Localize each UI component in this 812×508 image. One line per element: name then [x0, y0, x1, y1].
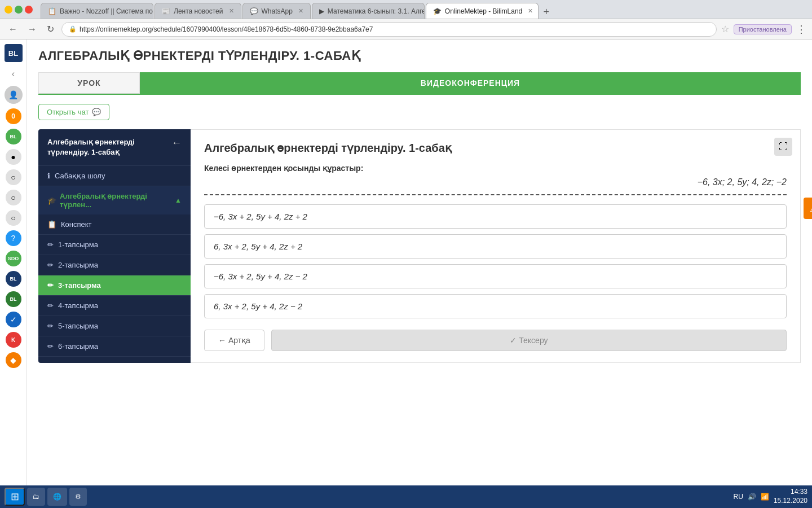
taskbar-datetime: 14:33 15.12.2020	[774, 488, 807, 505]
bl-logo: BL	[5, 44, 23, 62]
expression-line: −6, 3x; 2, 5y; 4, 2z; −2	[204, 177, 787, 187]
taskbar-settings[interactable]: ⚙	[69, 488, 87, 506]
fullscreen-button[interactable]: ⛶	[774, 138, 792, 156]
taskbar-right: RU 🔊 📶 14:33 15.12.2020	[734, 488, 807, 505]
start-button[interactable]: ⊞	[5, 488, 25, 506]
section-label: Алгебралық өрнектерді түрлен...	[60, 192, 175, 209]
taskbar-volume-icon: 🔊	[748, 493, 756, 501]
taskbar-language: RU	[734, 493, 743, 501]
browser-tab-2[interactable]: 📰 Лента новостей ✕	[155, 3, 241, 19]
bilim-icon[interactable]: BL	[6, 129, 21, 144]
back-nav-button[interactable]: ←	[6, 23, 20, 36]
close-button[interactable]	[25, 6, 33, 14]
answer-option-1[interactable]: −6, 3x + 2, 5y + 4, 2z + 2	[204, 204, 787, 229]
lesson-section-header[interactable]: 🎓 Алгебралық өрнектерді түрлен... ▲	[38, 186, 191, 214]
browser-tab-5[interactable]: 🎓 OnlineMektep - BilimLand ✕	[426, 3, 539, 19]
task6-icon: ✏	[47, 342, 54, 351]
tab3-close[interactable]: ✕	[298, 7, 303, 15]
dashed-divider	[204, 194, 787, 195]
konspekt-label: Конспект	[61, 220, 92, 229]
paused-button[interactable]: Приостановлена	[734, 24, 792, 34]
lesson-nav-task1[interactable]: ✏ 1-тапсырма	[38, 235, 191, 255]
back-lesson-button[interactable]: ← Артқа	[204, 330, 264, 351]
task1-label: 1-тапсырма	[58, 240, 98, 249]
page-title: АЛГЕБРАЛЫҚ ӨРНЕКТЕРДІ ТҮРЛЕНДІРУ. 1-САБА…	[38, 49, 801, 63]
taskbar-network-icon: 📶	[761, 493, 769, 501]
tab5-close[interactable]: ✕	[528, 7, 533, 15]
question-label: Келесі өрнектерден қосынды құрастыр:	[204, 164, 787, 173]
tab1-label: Важно - Nozzoff || Система пов...	[60, 7, 153, 15]
task5-label: 5-тапсырма	[58, 322, 98, 330]
bilimland-icon[interactable]: BL	[6, 271, 21, 287]
url-text: https://onlinemektep.org/schedule/160799…	[80, 25, 373, 33]
dot-icon-4: ○	[6, 210, 21, 226]
lesson-content-title: Алгебралық өрнектерді түрлендіру. 1-саба…	[204, 141, 787, 155]
taskbar-files[interactable]: 🗂	[27, 488, 45, 506]
task3-icon: ✏	[47, 281, 54, 290]
tab1-favicon: 📋	[48, 7, 56, 15]
tab3-favicon: 💬	[250, 7, 258, 15]
dot-icon-1: ●	[6, 149, 21, 165]
lesson-nav-task3[interactable]: ✏ 3-тапсырма	[38, 275, 191, 296]
forward-nav-button[interactable]: →	[25, 23, 39, 36]
lesson-back-button[interactable]: ←	[171, 137, 182, 149]
question-icon[interactable]: ?	[6, 230, 21, 246]
check-icon[interactable]: ✓	[6, 312, 21, 327]
lesson-main-panel: ⛶ Алгебралық өрнектерді түрлендіру. 1-са…	[191, 129, 801, 363]
lesson-nav-task4[interactable]: ✏ 4-тапсырма	[38, 296, 191, 316]
answer-option-3[interactable]: −6, 3x + 2, 5y + 4, 2z − 2	[204, 264, 787, 288]
left-sidebar-icons: BL ‹ 👤 0 BL ● ○ ○ ○ ? SDO BL BL ✓ K ◆	[0, 40, 27, 508]
task4-icon: ✏	[47, 301, 54, 310]
sidebar-toggle-button[interactable]: ‹	[10, 67, 17, 81]
browser-tab-1[interactable]: 📋 Важно - Nozzoff || Система пов... ✕	[41, 3, 153, 19]
tab4-favicon: ▶	[319, 7, 324, 15]
tab-lesson[interactable]: УРОК	[38, 72, 140, 94]
browser-menu-button[interactable]: ⋮	[796, 23, 806, 36]
maximize-button[interactable]	[15, 6, 23, 14]
lesson-nav-konspekt[interactable]: 📋 Конспект	[38, 214, 191, 235]
warning-button[interactable]: ⚠	[804, 198, 812, 219]
lesson-nav-task6[interactable]: ✏ 6-тапсырма	[38, 336, 191, 357]
overview-label: Сабаққа шолу	[55, 172, 105, 180]
content-tabs: УРОК ВИДЕОКОНФЕРЕНЦИЯ	[38, 72, 801, 95]
main-content: АЛГЕБРАЛЫҚ ӨРНЕКТЕРДІ ТҮРЛЕНДІРУ. 1-САБА…	[27, 40, 812, 508]
task2-icon: ✏	[47, 261, 54, 269]
lesson-sidebar-header: Алгебралық өрнектерді түрлендіру. 1-саба…	[38, 129, 191, 166]
address-bar: ← → ↻ 🔒 https://onlinemektep.org/schedul…	[0, 19, 812, 40]
minimize-button[interactable]	[5, 6, 12, 14]
taskbar: ⊞ 🗂 🌐 ⚙ RU 🔊 📶 14:33 15.12.2020	[0, 485, 812, 508]
answer-option-2[interactable]: 6, 3x + 2, 5y + 4, 2z + 2	[204, 234, 787, 259]
answer-option-4[interactable]: 6, 3x + 2, 5y + 4, 2z − 2	[204, 294, 787, 318]
lesson-layout: Алгебралық өрнектерді түрлендіру. 1-саба…	[38, 129, 801, 363]
reload-button[interactable]: ↻	[44, 23, 57, 36]
lesson-nav-task5[interactable]: ✏ 5-тапсырма	[38, 316, 191, 336]
bilim2-icon[interactable]: BL	[6, 291, 21, 307]
tab-conference[interactable]: ВИДЕОКОНФЕРЕНЦИЯ	[140, 72, 801, 94]
taskbar-browser[interactable]: 🌐	[47, 488, 67, 506]
task3-label: 3-тапсырма	[58, 281, 101, 290]
kuko-icon[interactable]: K	[6, 332, 21, 348]
overview-icon: ℹ	[47, 172, 50, 180]
tab2-close[interactable]: ✕	[229, 7, 234, 15]
taskbar-date-display: 15.12.2020	[774, 497, 807, 506]
lesson-nav-overview[interactable]: ℹ Сабаққа шолу	[38, 166, 191, 186]
open-chat-button[interactable]: Открыть чат 💬	[38, 104, 109, 120]
lock-icon: 🔒	[69, 25, 77, 33]
browser-tab-4[interactable]: ▶ Математика 6-сынып: 3.1. Алге... ✕	[312, 3, 425, 19]
task5-icon: ✏	[47, 322, 54, 330]
tab5-favicon: 🎓	[433, 7, 442, 15]
dot-icon-3: ○	[6, 190, 21, 205]
task4-label: 4-тапсырма	[58, 301, 98, 310]
tab2-favicon: 📰	[162, 7, 170, 15]
sdo-icon[interactable]: SDO	[6, 251, 21, 266]
url-box[interactable]: 🔒 https://onlinemektep.org/schedule/1607…	[61, 22, 717, 37]
check-button[interactable]: ✓ Тексеру	[271, 330, 787, 351]
orange-icon[interactable]: ◆	[6, 352, 21, 368]
taskbar-time-display: 14:33	[774, 488, 807, 497]
new-tab-button[interactable]: +	[540, 5, 553, 19]
chat-icon: 💬	[92, 108, 101, 116]
bookmark-button[interactable]: ☆	[721, 24, 729, 34]
browser-tab-3[interactable]: 💬 WhatsApp ✕	[242, 3, 311, 19]
lesson-nav-task2[interactable]: ✏ 2-тапсырма	[38, 255, 191, 275]
notification-badge[interactable]: 0	[6, 108, 21, 124]
